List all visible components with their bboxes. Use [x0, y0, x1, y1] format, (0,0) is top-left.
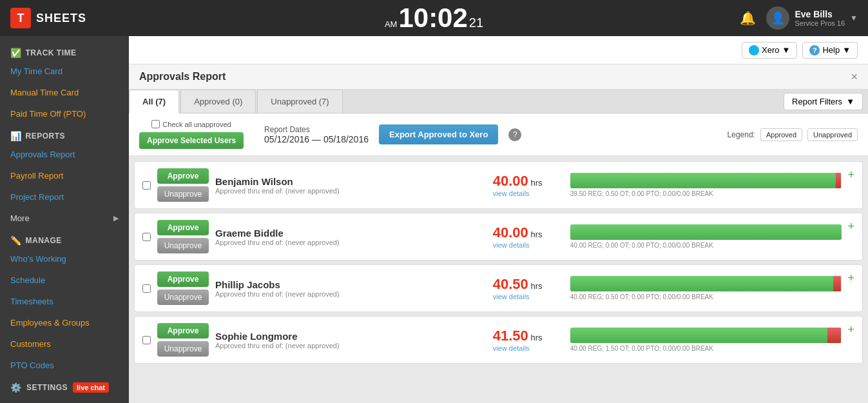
bar-area: 40.00 REG; 0.00 OT; 0.00 PTO; 0.00/0.00 … [570, 224, 842, 249]
approve-unapprove-area: Approve Unapprove [157, 220, 209, 253]
approve-button[interactable]: Approve [157, 220, 209, 235]
view-details-link[interactable]: view details [493, 344, 530, 352]
unapprove-button[interactable]: Unapprove [157, 238, 209, 253]
bar-details: 39.50 REG; 0.50 OT; 0.00 PTO; 0.00/0.00 … [570, 190, 842, 197]
approvals-panel: Approvals Report × All (7) Approved (0) … [129, 64, 868, 403]
bar-details: 40.00 REG; 0.00 OT; 0.00 PTO; 0.00/0.00 … [570, 242, 842, 249]
legend-area: Legend: Approved Unapproved [728, 128, 858, 141]
employee-name: Graeme Biddle [215, 228, 487, 239]
user-info: Eve Bills Service Pros 16 [795, 9, 845, 27]
legend-unapproved: Unapproved [807, 128, 858, 141]
help-button[interactable]: ? Help ▼ [802, 42, 858, 59]
approve-unapprove-area: Approve Unapprove [157, 168, 209, 202]
employee-name: Phillip Jacobs [215, 279, 487, 290]
unapprove-button[interactable]: Unapprove [157, 341, 209, 357]
tabs-bar: All (7) Approved (0) Unapproved (7) Repo… [129, 90, 868, 113]
hours-bar [570, 276, 842, 291]
settings-gear-icon: ⚙️ [10, 382, 21, 393]
employee-checkbox[interactable] [142, 284, 151, 293]
logo-icon: T [10, 8, 31, 28]
xero-icon [749, 45, 759, 55]
bar-details: 40.00 REG; 1.50 OT; 0.00 PTO; 0.00/0.00 … [570, 345, 842, 352]
unapprove-button[interactable]: Unapprove [157, 186, 209, 202]
approve-unapprove-area: Approve Unapprove [157, 323, 209, 357]
sidebar-item-schedule[interactable]: Schedule [0, 270, 129, 291]
approve-unapprove-area: Approve Unapprove [157, 271, 209, 305]
clock-time: 10:02 [398, 5, 467, 32]
approve-selected-button[interactable]: Approve Selected Users [139, 132, 244, 149]
hours-area: 40.00 hrs view details [493, 224, 564, 249]
unapprove-button[interactable]: Unapprove [157, 290, 209, 305]
employee-info: Phillip Jacobs Approved thru end of: (ne… [215, 279, 487, 298]
bar-red [833, 276, 842, 291]
employee-checkbox[interactable] [142, 336, 151, 344]
expand-plus-icon[interactable]: + [848, 271, 855, 285]
employee-row: Approve Unapprove Benjamin Wilson Approv… [134, 161, 863, 209]
employee-checkbox[interactable] [142, 181, 151, 190]
employee-row: Approve Unapprove Graeme Biddle Approved… [134, 213, 863, 260]
bar-area: 39.50 REG; 0.50 OT; 0.00 PTO; 0.00/0.00 … [570, 173, 842, 197]
notification-bell-icon[interactable]: 🔔 [740, 10, 756, 26]
tab-approved[interactable]: Approved (0) [180, 90, 256, 113]
hrs-label: hrs [530, 178, 542, 188]
sidebar-item-customers[interactable]: Customers [0, 333, 129, 355]
view-details-link[interactable]: view details [493, 293, 530, 300]
report-dates: Report Dates 05/12/2016 — 05/18/2016 [264, 125, 369, 144]
expand-plus-icon[interactable]: + [848, 220, 855, 233]
help-circle-icon[interactable]: ? [508, 128, 521, 141]
sidebar-item-manual-time-card[interactable]: Manual Time Card [0, 82, 129, 103]
view-details-link[interactable]: view details [493, 190, 530, 197]
approve-button[interactable]: Approve [157, 168, 209, 184]
xero-button[interactable]: Xero ▼ [742, 42, 797, 59]
employee-status: Approved thru end of: (never approved) [215, 239, 487, 246]
clock-seconds: 21 [469, 15, 483, 30]
help-question-icon: ? [809, 45, 820, 55]
check-circle-icon: ✅ [10, 48, 22, 58]
user-menu[interactable]: 👤 Eve Bills Service Pros 16 ▼ [766, 6, 858, 30]
approve-button[interactable]: Approve [157, 323, 209, 339]
export-approved-to-xero-button[interactable]: Export Approved to Xero [379, 124, 498, 144]
bar-area: 40.00 REG; 1.50 OT; 0.00 PTO; 0.00/0.00 … [570, 328, 842, 352]
sidebar-item-employees-groups[interactable]: Employees & Groups [0, 312, 129, 333]
tab-all[interactable]: All (7) [129, 90, 179, 113]
live-chat-badge[interactable]: live chat [73, 382, 109, 393]
top-bar: Xero ▼ ? Help ▼ [129, 36, 868, 64]
view-details-link[interactable]: view details [493, 241, 530, 249]
employees-list: Approve Unapprove Benjamin Wilson Approv… [129, 156, 868, 403]
hrs-label: hrs [530, 281, 542, 291]
employee-status: Approved thru end of: (never approved) [215, 342, 487, 349]
approve-button[interactable]: Approve [157, 271, 209, 287]
logo-text: SHEETS [36, 12, 86, 25]
sidebar-item-project-report[interactable]: Project Report [0, 186, 129, 208]
bar-green [570, 276, 833, 291]
employee-status: Approved thru end of: (never approved) [215, 290, 487, 298]
sidebar-item-my-time-card[interactable]: My Time Card [0, 61, 129, 82]
employee-name: Benjamin Wilson [215, 176, 487, 187]
chevron-right-icon: ▶ [113, 214, 119, 222]
sidebar-item-approvals-report[interactable]: Approvals Report [0, 144, 129, 165]
hours-area: 40.50 hrs view details [493, 276, 564, 300]
sidebar-item-whos-working[interactable]: Who's Working [0, 248, 129, 270]
sidebar-item-payroll-report[interactable]: Payroll Report [0, 165, 129, 186]
hours-area: 41.50 hrs view details [493, 328, 564, 352]
expand-plus-icon[interactable]: + [848, 168, 855, 182]
tab-unapproved[interactable]: Unapproved (7) [257, 90, 342, 113]
report-filters-button[interactable]: Report Filters ▼ [784, 93, 863, 110]
bar-green [570, 224, 842, 240]
check-all-unapproved-checkbox[interactable] [151, 120, 160, 128]
check-unapproved-area: Check all unapproved Approve Selected Us… [139, 120, 244, 149]
sidebar-item-timesheets[interactable]: Timesheets [0, 291, 129, 312]
sidebar-item-pto-codes[interactable]: PTO Codes [0, 355, 129, 376]
xero-chevron-icon: ▼ [782, 45, 791, 55]
manage-icon: ✏️ [10, 235, 22, 246]
reports-icon: 📊 [10, 131, 22, 141]
hours-value: 40.50 [493, 276, 528, 292]
close-button[interactable]: × [851, 71, 858, 83]
employee-checkbox[interactable] [142, 233, 151, 241]
expand-plus-icon[interactable]: + [848, 323, 855, 337]
sidebar-item-pto[interactable]: Paid Time Off (PTO) [0, 103, 129, 124]
hours-bar [570, 328, 842, 343]
sidebar-item-more[interactable]: More ▶ [0, 208, 129, 229]
employee-row: Approve Unapprove Phillip Jacobs Approve… [134, 264, 863, 312]
employee-name: Sophie Longmore [215, 331, 487, 342]
